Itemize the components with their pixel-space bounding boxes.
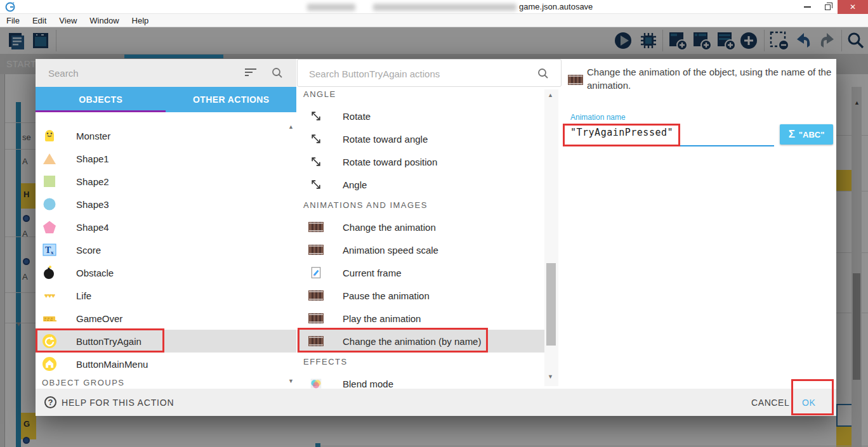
action-label: Change the animation (by name)	[343, 336, 481, 347]
object-row-shape4[interactable]: Shape4	[36, 216, 296, 238]
action-row-change-animation-by-name[interactable]: Change the animation (by name)	[297, 330, 554, 353]
expression-builder-button[interactable]: Σ "ABC"	[780, 124, 833, 145]
restore-icon	[825, 4, 831, 10]
film-strip-icon	[568, 75, 583, 85]
action-label: Pause the animation	[343, 290, 430, 301]
animation-name-label: Animation name	[570, 113, 626, 122]
gameover-text-icon	[42, 311, 57, 326]
action-label: Blend mode	[343, 379, 393, 389]
object-groups-header: OBJECT GROUPS	[42, 378, 125, 387]
action-row-change-animation[interactable]: Change the animation	[297, 216, 544, 238]
object-label: ButtonTryAgain	[76, 336, 141, 347]
restore-button[interactable]	[817, 0, 838, 14]
object-panel-tabs: OBJECTS OTHER ACTIONS	[36, 87, 296, 112]
minimize-icon	[804, 6, 811, 8]
action-label: Current frame	[343, 268, 402, 278]
help-link[interactable]: ? HELP FOR THIS ACTION	[44, 396, 174, 408]
gdevelop-logo-icon	[5, 2, 15, 12]
object-row-score[interactable]: Tx Score	[36, 238, 296, 261]
minimize-button[interactable]	[797, 0, 817, 14]
object-row-gameover[interactable]: GameOver	[36, 307, 296, 330]
animation-name-input[interactable]	[570, 124, 773, 141]
action-row-pause-animation[interactable]: Pause the animation	[297, 284, 544, 307]
menu-view[interactable]: View	[53, 16, 83, 25]
film-strip-icon	[308, 245, 324, 255]
hearts-icon: ♥♥♥	[42, 288, 57, 303]
rotate-icon	[308, 110, 324, 122]
action-row-rotate[interactable]: Rotate	[297, 105, 544, 127]
menu-window[interactable]: Window	[83, 16, 125, 25]
action-row-rotate-toward-angle[interactable]: Rotate toward angle	[297, 127, 544, 150]
tab-objects[interactable]: OBJECTS	[36, 87, 166, 112]
active-tab-underline	[36, 110, 166, 112]
action-description: Change the animation of the object, usin…	[587, 65, 833, 92]
action-row-play-animation[interactable]: Play the animation	[297, 307, 544, 330]
search-icon[interactable]	[537, 68, 549, 79]
sigma-icon: Σ	[789, 128, 795, 141]
menu-help[interactable]: Help	[126, 16, 155, 25]
instruction-editor-dialog: OBJECTS OTHER ACTIONS Monster Shape1 Sha…	[36, 59, 836, 416]
object-label: Life	[76, 290, 91, 301]
svg-text:x: x	[51, 249, 54, 256]
object-row-monster[interactable]: Monster	[36, 124, 296, 147]
abc-label: "ABC"	[799, 130, 825, 139]
ok-button[interactable]: OK	[802, 398, 815, 408]
object-row-obstacle[interactable]: Obstacle	[36, 261, 296, 284]
action-label: Change the animation	[343, 222, 436, 233]
action-label: Rotate	[343, 111, 371, 122]
actions-scrollbar-thumb[interactable]	[546, 263, 556, 346]
action-label: Play the animation	[343, 313, 421, 324]
object-row-shape1[interactable]: Shape1	[36, 147, 296, 170]
film-strip-icon	[308, 336, 324, 346]
actions-search-input[interactable]	[309, 66, 512, 81]
object-search-input[interactable]	[48, 65, 232, 81]
object-search-bar	[36, 59, 296, 87]
text-object-icon: Tx	[42, 242, 57, 257]
close-icon: ✕	[850, 3, 856, 11]
dialog-footer: ? HELP FOR THIS ACTION CANCEL OK	[36, 389, 836, 416]
object-row-shape3[interactable]: Shape3	[36, 193, 296, 216]
object-row-shape2[interactable]: Shape2	[36, 170, 296, 193]
scroll-down-icon[interactable]: ▼	[548, 373, 553, 380]
action-row-current-frame[interactable]: Current frame	[297, 261, 544, 284]
object-label: Monster	[76, 131, 110, 141]
scroll-up-icon[interactable]: ▲	[288, 124, 294, 130]
object-row-life[interactable]: ♥♥♥ Life	[36, 284, 296, 307]
action-row-rotate-toward-position[interactable]: Rotate toward position	[297, 150, 544, 173]
frame-document-icon	[308, 266, 324, 279]
object-row-buttonmainmenu[interactable]: ButtonMainMenu	[36, 353, 296, 375]
filter-icon[interactable]	[245, 68, 256, 77]
section-header-effects: EFFECTS	[303, 357, 348, 366]
film-strip-icon	[308, 313, 324, 323]
object-label: Score	[76, 245, 101, 256]
menu-edit[interactable]: Edit	[26, 16, 53, 25]
action-row-animation-speed-scale[interactable]: Animation speed scale	[297, 238, 544, 261]
window-title: game.json.autosave	[519, 2, 593, 11]
close-button[interactable]: ✕	[838, 0, 868, 14]
action-row-angle[interactable]: Angle	[297, 173, 544, 196]
action-detail-panel: Change the animation of the object, usin…	[562, 59, 836, 389]
scroll-down-icon[interactable]: ▼	[288, 378, 294, 384]
retry-button-icon	[42, 334, 57, 349]
object-label: Obstacle	[76, 268, 114, 278]
cancel-button[interactable]: CANCEL	[751, 398, 789, 408]
menu-file[interactable]: File	[0, 16, 26, 25]
action-label: Rotate toward angle	[343, 134, 428, 145]
square-shape-icon	[42, 174, 57, 189]
section-header-animations: ANIMATIONS AND IMAGES	[303, 200, 428, 210]
action-label: Animation speed scale	[343, 245, 438, 256]
object-label: ButtonMainMenu	[76, 359, 148, 370]
rotate-icon	[308, 155, 324, 168]
object-label: Shape4	[76, 222, 109, 233]
search-icon[interactable]	[272, 67, 283, 79]
rotate-icon	[308, 133, 324, 145]
tab-other-actions[interactable]: OTHER ACTIONS	[166, 87, 297, 112]
object-row-buttontryagain[interactable]: ButtonTryAgain	[36, 330, 296, 353]
scroll-up-icon[interactable]: ▲	[548, 92, 553, 98]
object-label: Shape1	[76, 153, 109, 164]
rotate-icon	[308, 178, 324, 191]
help-label: HELP FOR THIS ACTION	[62, 398, 174, 408]
actions-search-bar	[297, 59, 562, 87]
menubar: File Edit View Window Help	[0, 14, 868, 27]
blend-mode-icon	[308, 377, 324, 390]
